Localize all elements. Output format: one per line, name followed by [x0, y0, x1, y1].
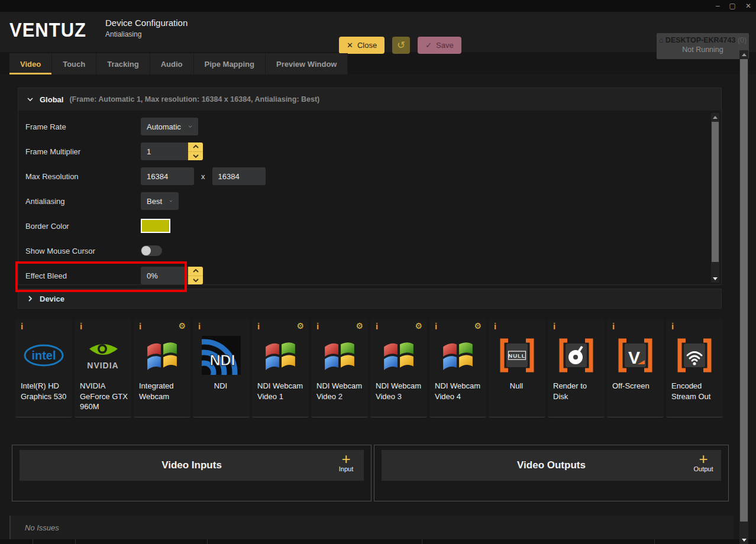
- info-icon[interactable]: i: [139, 322, 141, 331]
- scroll-down-arrow[interactable]: [711, 274, 719, 283]
- antialiasing-dropdown[interactable]: Best: [141, 192, 179, 210]
- scroll-up-arrow[interactable]: [711, 113, 719, 121]
- video-outputs-header: Video Outputs + Output: [382, 450, 721, 481]
- scrollbar-thumb[interactable]: [712, 122, 719, 262]
- page-subtitle: Antialiasing: [105, 30, 188, 38]
- device-tile-off-screen[interactable]: i V Off-Screen: [607, 319, 664, 417]
- info-icon[interactable]: i: [435, 322, 437, 331]
- device-label: Render to Disk: [548, 378, 605, 401]
- tab-preview-window[interactable]: Preview Window: [266, 53, 348, 75]
- save-button[interactable]: ✓ Save: [418, 37, 461, 54]
- info-icon[interactable]: i: [553, 322, 555, 331]
- device-tile-strip: i intel Intel(R) HD Graphics 530 i NVIDI…: [15, 319, 725, 417]
- main-scrollbar[interactable]: [739, 50, 748, 544]
- tab-video[interactable]: Video: [9, 53, 52, 75]
- device-tile-ndi-webcam-3[interactable]: i⚙ NDI Webcam Video 3: [370, 319, 427, 417]
- global-section-title: Global: [40, 95, 63, 104]
- effect-bleed-input[interactable]: 0%: [141, 267, 188, 284]
- tab-audio[interactable]: Audio: [150, 53, 194, 75]
- device-tile-ndi[interactable]: i NDI NDI: [193, 319, 250, 417]
- effect-bleed-row: Effect Bleed 0%: [25, 267, 721, 284]
- border-color-swatch[interactable]: [141, 219, 170, 233]
- scrollbar-thumb[interactable]: [740, 59, 748, 522]
- global-settings-panel: Global (Frame: Automatic 1, Max resoluti…: [18, 88, 722, 285]
- window-close-button[interactable]: ✕: [745, 2, 751, 9]
- antialiasing-label: Antialiasing: [25, 197, 141, 206]
- nvidia-logo-icon: NVIDIA: [75, 332, 131, 378]
- show-mouse-cursor-toggle[interactable]: [141, 245, 162, 256]
- device-section-title: Device: [40, 294, 64, 303]
- info-icon[interactable]: i: [612, 322, 615, 331]
- device-tile-ndi-webcam-4[interactable]: i⚙ NDI Webcam Video 4: [429, 319, 486, 417]
- device-tile-ndi-webcam-1[interactable]: i⚙ NDI Webcam Video 1: [252, 319, 309, 417]
- tab-tracking[interactable]: Tracking: [96, 53, 150, 75]
- svg-text:intel: intel: [31, 349, 56, 362]
- ventuz-logo: VENTUZ: [9, 20, 86, 42]
- windows-logo-icon: [252, 332, 309, 378]
- show-mouse-cursor-row: Show Mouse Cursor: [25, 242, 721, 260]
- max-resolution-label: Max Resolution: [25, 172, 141, 181]
- svg-text:NULL: NULL: [508, 352, 525, 359]
- info-icon[interactable]: i: [257, 322, 260, 331]
- scroll-down-arrow[interactable]: [739, 536, 748, 544]
- video-outputs-panel: Video Outputs + Output: [374, 445, 729, 501]
- close-button[interactable]: ✕ Close: [339, 37, 385, 54]
- svg-text:NVIDIA: NVIDIA: [87, 361, 118, 370]
- tab-touch[interactable]: Touch: [52, 53, 96, 75]
- device-tile-ndi-webcam-2[interactable]: i⚙ NDI Webcam Video 2: [311, 319, 368, 417]
- global-section-header[interactable]: Global (Frame: Automatic 1, Max resoluti…: [18, 88, 721, 111]
- settings-gear-icon[interactable]: ⚙: [474, 322, 482, 330]
- off-screen-icon: V: [607, 332, 664, 378]
- device-tile-null[interactable]: i NULL Null: [489, 319, 545, 417]
- device-section-header[interactable]: Device: [18, 289, 722, 309]
- frame-rate-dropdown[interactable]: Automatic: [141, 118, 198, 135]
- settings-gear-icon[interactable]: ⚙: [415, 322, 422, 330]
- effect-bleed-label: Effect Bleed: [25, 271, 141, 280]
- info-icon[interactable]: i: [316, 322, 319, 331]
- device-label: Integrated Webcam: [134, 378, 190, 401]
- frame-multiplier-input[interactable]: 1: [141, 143, 188, 160]
- global-section-summary: (Frame: Automatic 1, Max resolution: 163…: [69, 95, 319, 103]
- settings-gear-icon[interactable]: ⚙: [296, 322, 304, 330]
- video-inputs-panel: Video Inputs + Input: [12, 445, 371, 501]
- frame-rate-label: Frame Rate: [25, 122, 141, 131]
- window-minimize-button[interactable]: –: [716, 2, 720, 9]
- stepper-up-icon[interactable]: [188, 267, 203, 276]
- device-tile-intel-hd-graphics[interactable]: i intel Intel(R) HD Graphics 530: [15, 319, 72, 417]
- device-tile-nvidia-geforce[interactable]: i NVIDIA NVIDIA GeForce GTX 960M: [75, 319, 131, 417]
- settings-gear-icon[interactable]: ⚙: [356, 322, 363, 330]
- info-icon[interactable]: i: [671, 322, 674, 331]
- info-icon[interactable]: i: [494, 322, 496, 331]
- window-maximize-button[interactable]: ▢: [729, 2, 736, 9]
- add-input-button[interactable]: + Input: [329, 451, 363, 472]
- device-label: Null: [489, 378, 545, 391]
- antialiasing-row: Antialiasing Best: [25, 192, 721, 210]
- info-icon[interactable]: i: [376, 322, 378, 331]
- plus-icon: +: [329, 451, 363, 467]
- bottom-edge: [0, 539, 756, 544]
- tab-pipe-mapping[interactable]: Pipe Mapping: [194, 53, 266, 75]
- device-tile-encoded-stream-out[interactable]: i Encoded Stream Out: [666, 319, 723, 417]
- stepper-down-icon[interactable]: [188, 152, 203, 161]
- info-icon[interactable]: i: [198, 322, 201, 331]
- device-label: Intel(R) HD Graphics 530: [15, 378, 72, 401]
- device-tile-render-to-disk[interactable]: i Render to Disk: [548, 319, 605, 417]
- frame-multiplier-stepper[interactable]: [188, 143, 203, 160]
- info-icon[interactable]: i: [21, 322, 23, 331]
- undo-button[interactable]: ↺: [392, 37, 410, 54]
- settings-gear-icon[interactable]: ⚙: [178, 322, 186, 330]
- device-tile-integrated-webcam[interactable]: i⚙ Integrated Webcam: [134, 319, 190, 417]
- max-resolution-height-input[interactable]: 16384: [212, 167, 266, 185]
- effect-bleed-stepper[interactable]: [188, 267, 203, 284]
- info-icon[interactable]: i: [80, 322, 82, 331]
- machine-status: Not Running: [657, 46, 749, 54]
- machine-status-panel[interactable]: ⌂ DESKTOP-EKR4743 (0) Not Running: [657, 33, 749, 59]
- chevron-down-icon: [27, 96, 34, 103]
- stepper-down-icon[interactable]: [188, 276, 203, 285]
- global-panel-scrollbar[interactable]: [711, 113, 719, 283]
- add-output-button[interactable]: + Output: [687, 451, 720, 472]
- max-resolution-width-input[interactable]: 16384: [141, 167, 194, 185]
- scroll-up-arrow[interactable]: [739, 50, 748, 59]
- stepper-up-icon[interactable]: [188, 143, 203, 152]
- intel-logo-icon: intel: [15, 332, 72, 378]
